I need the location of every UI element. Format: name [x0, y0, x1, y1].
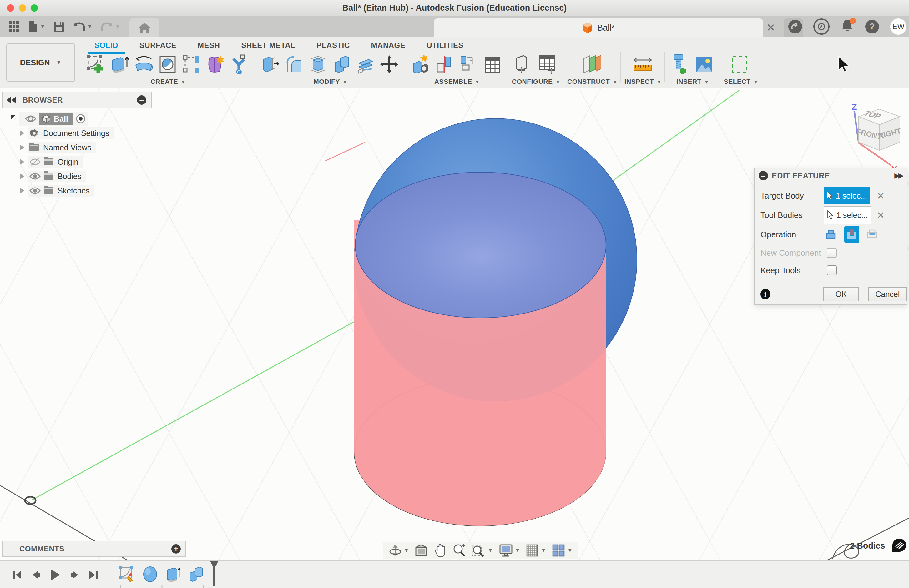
joint-button[interactable] [433, 53, 456, 76]
generative-design-button[interactable] [227, 53, 251, 76]
visibility-eye-icon[interactable] [25, 115, 36, 123]
move-copy-button[interactable] [377, 53, 401, 76]
configure-button[interactable] [512, 53, 535, 76]
play-button[interactable] [49, 569, 61, 581]
visibility-off-icon[interactable] [29, 158, 40, 166]
combine-button[interactable] [330, 53, 354, 76]
info-icon[interactable]: i [760, 289, 770, 299]
grid-snaps-caret[interactable]: ▼ [541, 548, 546, 554]
undo-button[interactable]: ▼ [73, 21, 92, 32]
revolve-button[interactable] [132, 53, 156, 76]
zoom-window-button[interactable]: ▼ [472, 544, 493, 557]
tree-row-bodies[interactable]: Bodies [20, 169, 152, 184]
extensions-icon[interactable] [788, 20, 802, 34]
step-back-button[interactable] [31, 570, 41, 580]
dialog-header[interactable]: – EDIT FEATURE ▶▶ [755, 168, 907, 184]
view-cube[interactable]: TOP FRONT RIGHT Z X [851, 103, 907, 177]
tree-row-origin[interactable]: Origin [20, 155, 152, 169]
comments-panel[interactable]: COMMENTS + [2, 541, 186, 557]
collapse-panel-icon[interactable] [6, 97, 17, 103]
group-construct-label[interactable]: CONSTRUCT ▾ [567, 78, 617, 86]
activate-radio-icon[interactable] [76, 114, 86, 124]
display-settings-button[interactable]: ▼ [499, 544, 520, 557]
pattern-button[interactable] [180, 53, 203, 76]
home-view-button[interactable] [129, 18, 160, 37]
tool-bodies-clear-icon[interactable]: ✕ [877, 210, 885, 221]
insert-canvas-button[interactable] [692, 53, 716, 76]
insert-fastener-button[interactable] [668, 53, 692, 76]
dialog-dock-icon[interactable]: ▶▶ [894, 171, 903, 180]
expander-icon[interactable] [20, 145, 24, 150]
group-configure-label[interactable]: CONFIGURE ▾ [512, 78, 560, 86]
grid-snaps-button[interactable]: ▼ [526, 544, 546, 557]
timeline-combine-feature[interactable] [188, 565, 204, 584]
cancel-button[interactable]: Cancel [869, 287, 907, 301]
keep-tools-checkbox[interactable] [827, 265, 837, 275]
group-inspect-label[interactable]: INSPECT ▾ [624, 78, 661, 86]
expander-icon[interactable] [20, 130, 24, 136]
target-body-selection-chip[interactable]: 1 selec... [823, 187, 870, 204]
create-sketch-button[interactable] [84, 53, 108, 76]
look-at-button[interactable] [415, 544, 429, 557]
timeline-extrude-feature[interactable] [165, 565, 181, 584]
notifications-button[interactable] [841, 19, 854, 34]
create-form-button[interactable] [203, 53, 227, 76]
help-button[interactable]: ? [865, 20, 879, 34]
visibility-eye-icon[interactable] [29, 173, 40, 180]
save-button[interactable] [53, 21, 65, 32]
tree-row-root[interactable]: Ball [11, 111, 152, 126]
tool-bodies-selection-chip[interactable]: 1 selec... [823, 206, 871, 224]
expander-open-icon[interactable] [11, 115, 15, 122]
tree-row-document-settings[interactable]: Document Settings [20, 126, 152, 141]
zoom-button[interactable] [452, 544, 466, 557]
orbit-button[interactable]: ▼ [389, 544, 409, 557]
target-body-clear-icon[interactable]: ✕ [877, 191, 885, 201]
workspace-switcher[interactable]: DESIGN ▼ [6, 43, 75, 82]
tab-utilities[interactable]: UTILITIES [416, 39, 474, 52]
step-forward-button[interactable] [70, 570, 80, 580]
timeline-sphere-feature[interactable] [142, 565, 158, 584]
close-tab-button[interactable]: ✕ [763, 20, 779, 35]
skip-to-start-button[interactable] [12, 570, 23, 580]
viewports-button[interactable]: ▼ [552, 544, 573, 557]
dialog-collapse-icon[interactable]: – [759, 171, 768, 180]
group-create-label[interactable]: CREATE ▾ [150, 78, 184, 86]
add-comment-icon[interactable]: + [171, 544, 181, 554]
file-menu-button[interactable]: ▼ [28, 20, 45, 33]
rigid-group-button[interactable] [456, 53, 480, 76]
timeline-position-marker[interactable] [209, 561, 220, 587]
viewport-canvas[interactable]: TOP FRONT RIGHT Z X BROWSER – [0, 89, 909, 560]
hole-button[interactable] [156, 53, 180, 76]
timeline-sketch-feature[interactable] [119, 565, 135, 584]
tree-row-sketches[interactable]: Sketches [20, 184, 152, 198]
bom-table-button[interactable] [480, 53, 504, 76]
extrude-button[interactable] [108, 53, 132, 76]
new-component-button[interactable] [409, 53, 433, 76]
browser-header[interactable]: BROWSER – [2, 92, 152, 108]
browser-minimize-icon[interactable]: – [137, 95, 146, 105]
pan-button[interactable] [434, 544, 446, 557]
configuration-table-button[interactable] [535, 53, 560, 76]
fillet-button[interactable] [282, 53, 306, 76]
tree-row-named-views[interactable]: Named Views [20, 141, 152, 155]
visibility-eye-icon[interactable] [29, 187, 40, 194]
skip-to-end-button[interactable] [88, 570, 99, 580]
app-grid-button[interactable] [8, 21, 20, 32]
expander-icon[interactable] [20, 188, 24, 194]
component-ball[interactable]: Ball [39, 113, 73, 125]
construct-plane-button[interactable] [573, 53, 611, 76]
tab-plastic[interactable]: PLASTIC [306, 39, 360, 52]
document-tab-ball[interactable]: Ball* [434, 18, 763, 37]
group-modify-label[interactable]: MODIFY ▾ [313, 78, 346, 86]
group-insert-label[interactable]: INSERT ▾ [676, 78, 708, 86]
undo-caret[interactable]: ▼ [87, 23, 92, 30]
job-status-icon[interactable] [813, 18, 830, 35]
sphere-through-cylinder[interactable] [355, 172, 606, 318]
orbit-caret[interactable]: ▼ [404, 548, 409, 554]
measure-button[interactable] [628, 53, 658, 76]
tab-manage[interactable]: MANAGE [361, 39, 416, 52]
tab-surface[interactable]: SURFACE [129, 39, 187, 52]
display-settings-caret[interactable]: ▼ [515, 548, 520, 554]
press-pull-button[interactable] [259, 53, 282, 76]
group-assemble-label[interactable]: ASSEMBLE ▾ [434, 78, 479, 86]
